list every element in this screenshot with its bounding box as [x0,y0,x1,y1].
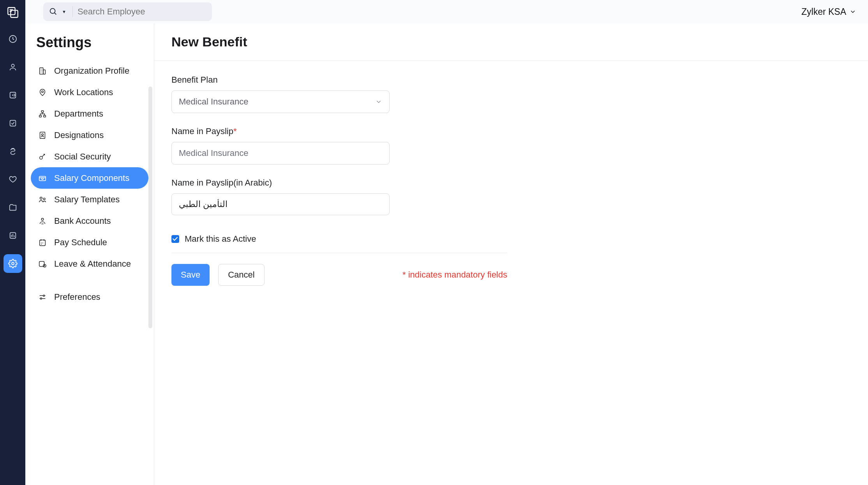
sidebar-item-label: Salary Templates [54,195,120,205]
page-title: New Benefit [154,23,868,61]
svg-rect-11 [40,67,43,74]
sidebar-item-label: Work Locations [54,87,113,97]
svg-rect-14 [41,110,44,112]
sidebar-item-organization-profile[interactable]: Organization Profile [31,60,148,81]
name-payslip-arabic-input[interactable] [179,199,382,209]
search-scope-caret-icon[interactable]: ▼ [62,9,66,14]
svg-rect-12 [43,70,46,74]
rail-item-reports[interactable] [4,226,22,245]
svg-point-22 [40,197,42,199]
sidebar-item-preferences[interactable]: Preferences [31,286,148,308]
rail-item-approvals[interactable] [4,114,22,133]
sidebar-item-departments[interactable]: Departments [31,103,148,124]
bank-icon [38,216,47,226]
sidebar-item-pay-schedule[interactable]: Pay Schedule [31,232,148,253]
search-divider [72,6,73,17]
building-icon [38,66,47,76]
benefit-plan-label: Benefit Plan [171,75,544,85]
sidebar-item-work-locations[interactable]: Work Locations [31,81,148,103]
sidebar-item-bank-accounts[interactable]: Bank Accounts [31,210,148,232]
svg-rect-7 [10,120,16,126]
sidebar-item-label: Preferences [54,292,101,302]
benefit-plan-value: Medical Insurance [179,97,249,107]
svg-rect-15 [39,115,42,117]
name-payslip-arabic-label: Name in Payslip(in Arabic) [171,178,544,188]
svg-point-24 [41,218,44,220]
search-input[interactable] [78,7,206,17]
svg-point-28 [43,295,45,296]
sidebar-item-label: Leave & Attendance [54,259,131,269]
sidebar-item-label: Salary Components [54,173,129,183]
active-checkbox-label: Mark this as Active [185,234,256,244]
rail-item-dashboard[interactable] [4,30,22,48]
main-panel: New Benefit Benefit Plan Medical Insuran… [154,23,868,485]
name-payslip-input[interactable] [179,148,382,158]
svg-point-5 [11,64,14,67]
name-payslip-arabic-input-wrapper [171,193,390,215]
svg-point-13 [42,90,44,92]
benefit-plan-select[interactable]: Medical Insurance [171,90,390,113]
sidebar-item-leave-attendance[interactable]: Leave & Attendance [31,253,148,274]
cancel-button[interactable]: Cancel [218,264,264,286]
svg-point-19 [40,156,42,159]
key-icon [38,152,47,161]
calendar-icon [38,238,47,247]
id-badge-icon [38,131,47,140]
svg-point-9 [12,262,14,265]
org-name: Zylker KSA [801,7,846,17]
chevron-down-icon [375,98,382,105]
benefit-form: Benefit Plan Medical Insurance Name in P… [154,61,544,286]
rail-item-documents[interactable] [4,198,22,217]
sidebar-item-salary-components[interactable]: Salary Components [31,167,148,189]
svg-rect-16 [44,115,46,117]
app-logo-icon [5,5,21,20]
sidebar-item-label: Departments [54,109,103,119]
svg-point-10 [50,9,55,14]
settings-title: Settings [31,34,148,60]
rail-item-settings[interactable] [4,254,22,273]
rail-item-employees[interactable] [4,58,22,76]
svg-rect-20 [39,176,46,181]
sidebar-item-designations[interactable]: Designations [31,124,148,146]
active-checkbox[interactable] [171,235,179,243]
mandatory-fields-note: * indicates mandatory fields [402,270,507,280]
location-icon [38,88,47,97]
sidebar-item-label: Social Security [54,152,111,162]
search-icon [49,7,58,16]
svg-rect-26 [39,261,44,266]
money-card-icon [38,173,47,183]
topbar: ▼ Zylker KSA [25,0,868,23]
clock-calendar-icon [38,259,47,269]
chevron-down-icon [849,8,856,15]
sidebar-item-social-security[interactable]: Social Security [31,146,148,167]
sidebar-scrollbar[interactable] [148,87,152,328]
rail-item-payroll[interactable] [4,86,22,104]
rail-item-loans[interactable] [4,142,22,161]
sidebar-item-label: Organization Profile [54,66,129,76]
org-chart-icon [38,109,47,119]
sidebar-item-salary-templates[interactable]: Salary Templates [31,189,148,210]
org-switcher[interactable]: Zylker KSA [801,7,856,17]
rail-item-benefits[interactable] [4,170,22,189]
sidebar-item-label: Designations [54,130,104,140]
form-divider [171,253,507,253]
save-button[interactable]: Save [171,264,210,286]
app-rail [0,0,25,485]
sliders-icon [38,292,47,302]
svg-point-23 [43,198,45,200]
svg-point-29 [41,297,42,299]
sidebar-item-label: Pay Schedule [54,237,107,248]
svg-point-18 [42,133,44,135]
people-icon [38,195,47,204]
name-payslip-input-wrapper [171,142,390,165]
name-payslip-label: Name in Payslip* [171,126,544,136]
search-box[interactable]: ▼ [43,2,212,21]
settings-sidebar: Settings Organization Profile Work Locat… [25,23,154,485]
sidebar-item-label: Bank Accounts [54,216,111,226]
